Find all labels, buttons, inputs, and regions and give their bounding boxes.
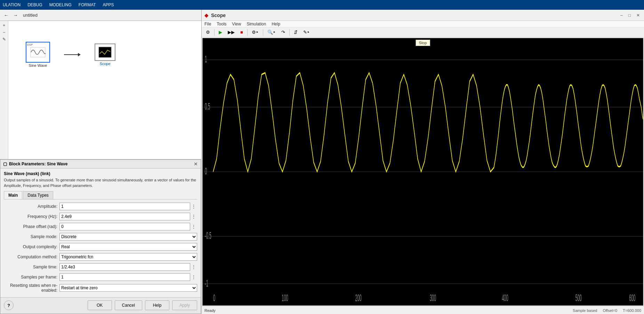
sample-mode-select[interactable]: Discrete Continuous <box>59 233 197 241</box>
scope-cursor-button[interactable]: ⇵ <box>292 29 300 36</box>
svg-text:0: 0 <box>205 166 207 176</box>
dialog-title-left: ▢ Block Parameters: Sine Wave <box>3 162 67 166</box>
menu-debug[interactable]: DEBUG <box>27 2 42 7</box>
scope-settings-button[interactable]: ⚙ <box>204 29 212 36</box>
stop-tooltip: Stop <box>416 40 430 46</box>
menu-modeling[interactable]: MODELING <box>49 2 72 7</box>
model-title: untitled <box>23 13 38 18</box>
sample-time-label: Sample time: <box>4 265 59 269</box>
connection-arrow <box>64 53 81 56</box>
scope-titlebar: ◆ Scope – □ ✕ <box>202 10 644 21</box>
minimize-button[interactable]: – <box>619 12 624 18</box>
samples-per-frame-label: Samples per frame: <box>4 275 59 280</box>
amplitude-input[interactable] <box>59 203 190 210</box>
toolbar-sep-4 <box>289 29 290 36</box>
dialog-footer: ? OK Cancel Help Apply <box>0 297 201 314</box>
forward-button[interactable]: → <box>11 11 19 19</box>
maximize-button[interactable]: □ <box>627 12 632 18</box>
amplitude-dots[interactable]: ⋮ <box>190 204 197 209</box>
sine-wave-block[interactable]: DSP Sine Wave <box>26 42 50 68</box>
scope-zoom-button[interactable]: 🔍‣ <box>265 29 278 36</box>
scope-block[interactable]: Scope <box>95 44 115 66</box>
scope-menu-tools[interactable]: Tools <box>217 22 226 26</box>
scope-step-button[interactable]: ▶▶ <box>226 29 237 36</box>
dialog-titlebar: ▢ Block Parameters: Sine Wave ✕ <box>0 160 201 168</box>
tab-main[interactable]: Main <box>4 191 22 199</box>
scope-toolbar: ⚙ ▶ ▶▶ ■ ⚙‣ 🔍‣ ↷ ⇵ ✎‣ <box>202 28 644 37</box>
menu-apps[interactable]: APPS <box>103 2 114 7</box>
sample-time-row: Sample time: ⋮ <box>4 263 197 271</box>
sine-wave-label: Sine Wave <box>29 63 47 68</box>
sine-wave-polyline <box>213 73 643 172</box>
arrowhead <box>78 53 81 56</box>
computation-method-label: Computation method: <box>4 254 59 259</box>
restart-select[interactable]: Restart at time zero Continue <box>59 284 197 292</box>
sine-wave-box[interactable]: DSP <box>26 42 50 63</box>
menu-format[interactable]: FORMAT <box>79 2 96 7</box>
left-panel: ← → untitled + − ✎ DSP <box>0 10 202 314</box>
phase-row: Phase offset (rad): ⋮ <box>4 222 197 231</box>
apply-button[interactable]: Apply <box>172 300 197 310</box>
scope-menu-file[interactable]: File <box>204 22 211 26</box>
ok-button[interactable]: OK <box>88 300 112 310</box>
scope-menu-help[interactable]: Help <box>272 22 280 26</box>
computation-method-row: Computation method: Trigonometric fcn Ta… <box>4 253 197 261</box>
scope-time: T=600.000 <box>623 308 641 313</box>
output-complexity-select[interactable]: Real Complex <box>59 243 197 251</box>
zoom-out-icon[interactable]: − <box>2 29 6 36</box>
scope-annotate-button[interactable]: ✎‣ <box>301 29 312 36</box>
svg-text:-0.5: -0.5 <box>205 230 211 241</box>
close-button[interactable]: ✕ <box>635 12 641 18</box>
block-params-dialog: ▢ Block Parameters: Sine Wave ✕ Sine Wav… <box>0 159 201 314</box>
tab-data-types[interactable]: Data Types <box>23 191 53 199</box>
frequency-label: Frequency (Hz): <box>4 214 59 219</box>
scope-menu-simulation[interactable]: Simulation <box>247 22 266 26</box>
hand-icon[interactable]: ✎ <box>2 36 7 42</box>
svg-text:-1: -1 <box>205 278 208 288</box>
sample-time-dots[interactable]: ⋮ <box>190 264 197 270</box>
scope-box[interactable] <box>95 44 115 61</box>
scope-icon <box>98 47 112 58</box>
svg-text:1: 1 <box>205 54 207 64</box>
restart-row: Resetting states when re-enabled: Restar… <box>4 283 197 293</box>
matlab-icon: ◆ <box>204 13 208 18</box>
samples-per-frame-input[interactable] <box>59 273 190 281</box>
phase-input[interactable] <box>59 223 190 230</box>
amplitude-label: Amplitude: <box>4 204 59 209</box>
cancel-button[interactable]: Cancel <box>115 300 142 310</box>
scope-run-button[interactable]: ▶ <box>217 29 224 36</box>
output-complexity-label: Output complexity: <box>4 244 59 249</box>
menu-simulation[interactable]: ULATION <box>3 2 21 7</box>
help-button[interactable]: Help <box>145 300 169 310</box>
svg-text:500: 500 <box>575 292 582 303</box>
sample-time-input[interactable] <box>59 263 190 271</box>
block-diagram: DSP Sine Wave <box>26 42 115 68</box>
frequency-row: Frequency (Hz): ⋮ <box>4 212 197 221</box>
back-button[interactable]: ← <box>2 11 10 19</box>
simulink-toolbar: ← → untitled <box>0 10 201 21</box>
scope-menu-view[interactable]: View <box>232 22 241 26</box>
toolbar-sep-3 <box>263 29 263 36</box>
scope-statusbar: Ready Sample based Offset=0 T=600.000 <box>202 306 644 314</box>
scope-fit-button[interactable]: ↷ <box>279 29 287 36</box>
help-icon-button[interactable]: ? <box>4 300 14 310</box>
sine-icon <box>30 47 46 57</box>
phase-dots[interactable]: ⋮ <box>190 224 197 229</box>
amplitude-row: Amplitude: ⋮ <box>4 202 197 211</box>
scope-menubar: File Tools View Simulation Help <box>202 21 644 28</box>
dialog-tabs: Main Data Types <box>4 191 197 199</box>
scope-stop-button[interactable]: ■ <box>238 29 245 36</box>
zoom-in-icon[interactable]: + <box>2 22 6 29</box>
samples-per-frame-dots[interactable]: ⋮ <box>190 274 197 280</box>
scope-tools2-button[interactable]: ⚙‣ <box>250 29 261 36</box>
svg-text:0: 0 <box>213 292 215 303</box>
phase-label: Phase offset (rad): <box>4 224 59 229</box>
dialog-close-button[interactable]: ✕ <box>194 161 198 167</box>
toolbar-sep-2 <box>247 29 248 36</box>
frequency-input[interactable] <box>59 213 190 220</box>
computation-method-select[interactable]: Trigonometric fcn Table lookup <box>59 253 197 261</box>
scope-win-controls: – □ ✕ <box>619 12 641 18</box>
scope-plot[interactable]: 1 0.5 0 -0.5 -1 0 100 200 300 400 500 60… <box>203 38 643 305</box>
frequency-dots[interactable]: ⋮ <box>190 214 197 219</box>
scope-status-ready: Ready <box>204 308 216 313</box>
